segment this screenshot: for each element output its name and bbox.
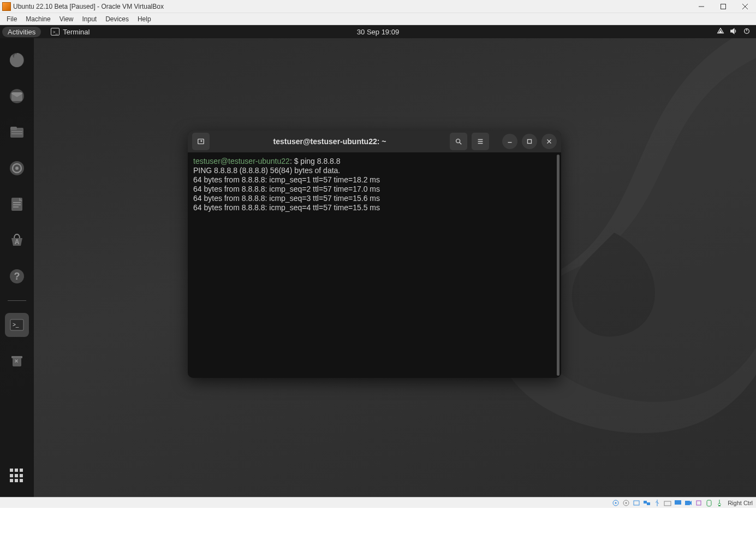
status-network-icon[interactable] [642, 499, 651, 507]
menu-file[interactable]: File [2, 15, 21, 23]
dock-separator [8, 300, 26, 301]
terminal-body[interactable]: testuser@testuser-ubuntu22: $ ping 8.8.8… [188, 152, 561, 378]
close-button[interactable] [734, 0, 756, 13]
virtualbox-icon [2, 2, 11, 11]
new-tab-button[interactable] [192, 133, 210, 150]
system-tray [717, 27, 756, 37]
virtualbox-titlebar: Ubuntu 22.10 Beta [Paused] - Oracle VM V… [0, 0, 756, 13]
svg-rect-31 [647, 502, 650, 505]
dock-terminal[interactable]: >_ [5, 313, 29, 337]
terminal-window: testuser@testuser-ubuntu22: ~ testuser@t… [188, 131, 561, 378]
status-hdd-icon[interactable] [611, 499, 620, 507]
status-shared-folders-icon[interactable] [663, 499, 672, 507]
svg-text:A: A [15, 238, 20, 246]
svg-rect-32 [664, 501, 671, 506]
terminal-line: 64 bytes from 8.8.8.8: icmp_seq=3 ttl=57… [193, 194, 556, 203]
svg-text:>_: >_ [13, 322, 19, 328]
svg-rect-6 [11, 131, 22, 132]
svg-rect-22 [198, 139, 204, 144]
virtualbox-window-title: Ubuntu 22.10 Beta [Paused] - Oracle VM V… [13, 3, 164, 10]
svg-rect-12 [13, 202, 21, 203]
page-footer-blank [0, 508, 756, 545]
gnome-topbar: Activities >_ Terminal 30 Sep 19:09 [0, 25, 756, 38]
dock-files[interactable] [5, 120, 29, 144]
svg-rect-21 [11, 356, 22, 358]
maximize-button[interactable] [712, 0, 734, 13]
window-minimize-button[interactable] [502, 134, 517, 149]
status-keyboard-icon[interactable] [715, 499, 724, 507]
status-recording-icon[interactable] [684, 499, 693, 507]
svg-rect-24 [528, 140, 532, 144]
status-mouse-icon[interactable] [705, 499, 713, 507]
terminal-title: testuser@testuser-ubuntu22: ~ [214, 137, 445, 146]
window-close-button[interactable] [541, 134, 557, 149]
svg-rect-7 [11, 133, 22, 134]
svg-point-28 [626, 502, 627, 503]
status-cpu-icon[interactable] [694, 499, 703, 507]
menu-devices[interactable]: Devices [101, 15, 133, 23]
svg-rect-34 [685, 501, 690, 505]
topbar-app-indicator[interactable]: >_ Terminal [51, 28, 90, 36]
menu-machine[interactable]: Machine [21, 15, 55, 23]
terminal-headerbar[interactable]: testuser@testuser-ubuntu22: ~ [188, 131, 561, 152]
status-audio-icon[interactable] [632, 499, 641, 507]
hamburger-menu-button[interactable] [472, 133, 489, 150]
dock-libreoffice-writer[interactable] [5, 192, 29, 216]
svg-point-23 [456, 139, 460, 143]
svg-rect-5 [10, 127, 17, 130]
search-button[interactable] [450, 133, 467, 150]
dock-trash[interactable] [5, 349, 29, 373]
terminal-line: 64 bytes from 8.8.8.8: icmp_seq=4 ttl=57… [193, 203, 556, 212]
svg-rect-35 [697, 501, 701, 505]
host-key-label: Right Ctrl [728, 500, 753, 506]
topbar-app-label: Terminal [63, 28, 90, 36]
activities-button[interactable]: Activities [2, 27, 41, 37]
dock-software[interactable]: A [5, 228, 29, 252]
svg-rect-13 [13, 204, 21, 205]
svg-rect-30 [644, 501, 647, 503]
terminal-line: 64 bytes from 8.8.8.8: icmp_seq=1 ttl=57… [193, 175, 556, 185]
dock-thunderbird[interactable] [5, 84, 29, 108]
dock-firefox[interactable] [5, 48, 29, 72]
status-optical-icon[interactable] [622, 499, 630, 507]
menu-view[interactable]: View [55, 15, 78, 23]
svg-text:?: ? [14, 271, 20, 282]
svg-rect-33 [675, 500, 681, 505]
dock-help[interactable]: ? [5, 264, 29, 288]
topbar-clock[interactable]: 30 Sep 19:09 [357, 28, 399, 36]
svg-rect-29 [634, 501, 639, 505]
terminal-line: PING 8.8.8.8 (8.8.8.8) 56(84) bytes of d… [193, 166, 556, 175]
terminal-scrollbar[interactable] [557, 155, 559, 376]
minimize-button[interactable] [690, 0, 712, 13]
power-icon[interactable] [743, 27, 751, 37]
virtualbox-statusbar: Right Ctrl [0, 497, 756, 508]
dock-rhythmbox[interactable] [5, 156, 29, 180]
dock: A ? >_ [0, 38, 34, 497]
svg-rect-0 [721, 4, 726, 9]
guest-desktop: Activities >_ Terminal 30 Sep 19:09 [0, 25, 756, 497]
show-applications-button[interactable] [5, 464, 28, 487]
network-icon[interactable] [717, 27, 724, 37]
terminal-line: 64 bytes from 8.8.8.8: icmp_seq=2 ttl=57… [193, 185, 556, 194]
svg-point-26 [615, 502, 617, 503]
volume-icon[interactable] [730, 27, 737, 37]
svg-rect-36 [718, 505, 721, 506]
svg-point-10 [15, 167, 19, 170]
virtualbox-menubar: File Machine View Input Devices Help [0, 13, 756, 25]
menu-help[interactable]: Help [133, 15, 156, 23]
window-maximize-button[interactable] [522, 134, 537, 149]
terminal-icon: >_ [51, 28, 59, 35]
status-display-icon[interactable] [674, 499, 682, 507]
svg-rect-14 [13, 206, 19, 208]
menu-input[interactable]: Input [78, 15, 102, 23]
terminal-line-prompt: testuser@testuser-ubuntu22: $ ping 8.8.8… [193, 157, 556, 166]
status-usb-icon[interactable] [653, 499, 662, 507]
